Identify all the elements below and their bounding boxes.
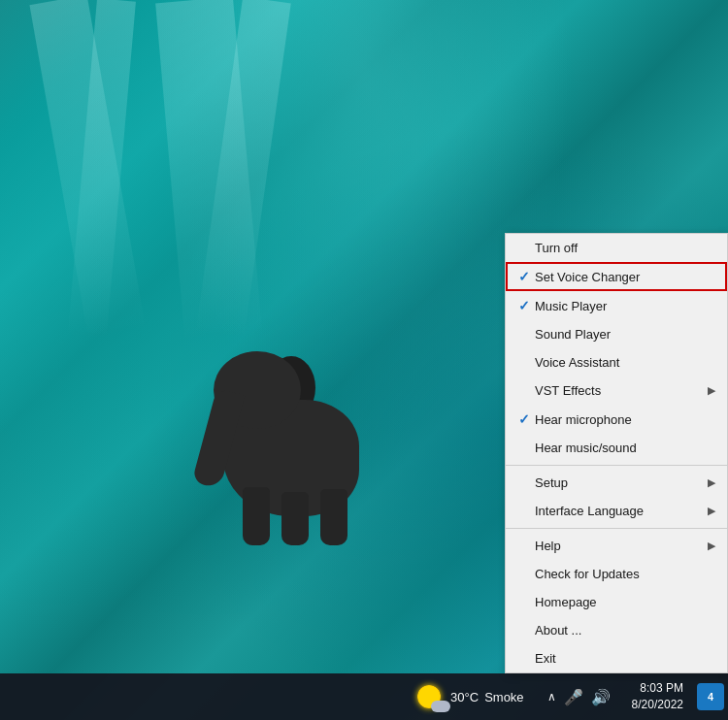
chevron-up-icon[interactable]: ∧ [547,690,556,704]
context-menu: Turn off✓Set Voice Changer✓Music PlayerS… [505,233,728,673]
weather-condition: Smoke [484,690,523,704]
arrow-vst-effects: ▶ [700,384,715,397]
datetime-display[interactable]: 8:03 PM 8/20/2022 [624,680,691,713]
label-about: About ... [535,623,700,638]
arrow-help: ▶ [700,540,715,552]
label-homepage: Homepage [535,595,700,609]
check-hear-microphone: ✓ [513,411,535,427]
menu-item-set-voice-changer[interactable]: ✓Set Voice Changer [506,262,727,291]
volume-icon[interactable]: 🔊 [591,688,611,706]
elephant-silhouette [194,274,388,545]
label-check-updates: Check for Updates [535,567,700,581]
menu-item-vst-effects[interactable]: VST Effects▶ [506,376,727,405]
menu-item-help[interactable]: Help▶ [506,532,727,560]
menu-item-turn-off[interactable]: Turn off [506,234,727,262]
menu-item-interface-lang[interactable]: Interface Language▶ [506,497,727,525]
check-music-player: ✓ [513,298,535,313]
check-set-voice-changer: ✓ [513,269,535,284]
arrow-setup: ▶ [700,476,715,489]
weather-widget: 30°C Smoke [408,685,534,708]
label-help: Help [535,539,700,553]
notification-badge[interactable]: 4 [697,683,724,710]
menu-item-homepage[interactable]: Homepage [506,588,727,616]
label-hear-microphone: Hear microphone [535,412,700,427]
arrow-interface-lang: ▶ [700,505,715,517]
label-setup: Setup [535,475,700,490]
menu-item-setup[interactable]: Setup▶ [506,469,727,497]
weather-temp: 30°C [450,690,479,704]
menu-item-voice-assistant[interactable]: Voice Assistant [506,348,727,376]
label-voice-assistant: Voice Assistant [535,355,700,370]
taskbar-right: 30°C Smoke ∧ 🎤 🔊 8:03 PM 8/20/2022 4 [408,680,728,713]
menu-item-sound-player[interactable]: Sound Player [506,320,727,348]
menu-item-hear-microphone[interactable]: ✓Hear microphone [506,405,727,434]
label-music-player: Music Player [535,299,700,313]
menu-item-check-updates[interactable]: Check for Updates [506,560,727,588]
label-exit: Exit [535,651,700,666]
microphone-icon: 🎤 [564,688,583,706]
taskbar: 30°C Smoke ∧ 🎤 🔊 8:03 PM 8/20/2022 4 [0,673,728,720]
separator-after-interface-lang [506,528,727,529]
label-vst-effects: VST Effects [535,383,700,398]
clock-date: 8/20/2022 [632,697,683,713]
menu-item-music-player[interactable]: ✓Music Player [506,291,727,320]
clock-time: 8:03 PM [640,680,683,697]
label-turn-off: Turn off [535,241,700,255]
menu-item-exit[interactable]: Exit [506,644,727,672]
menu-item-about[interactable]: About ... [506,616,727,644]
label-sound-player: Sound Player [535,327,700,342]
weather-icon [417,685,445,708]
label-set-voice-changer: Set Voice Changer [535,270,700,284]
system-tray: ∧ 🎤 🔊 [540,688,618,706]
label-interface-lang: Interface Language [535,504,700,518]
separator-after-hear-music-sound [506,465,727,466]
label-hear-music-sound: Hear music/sound [535,441,700,455]
menu-item-hear-music-sound[interactable]: Hear music/sound [506,434,727,462]
